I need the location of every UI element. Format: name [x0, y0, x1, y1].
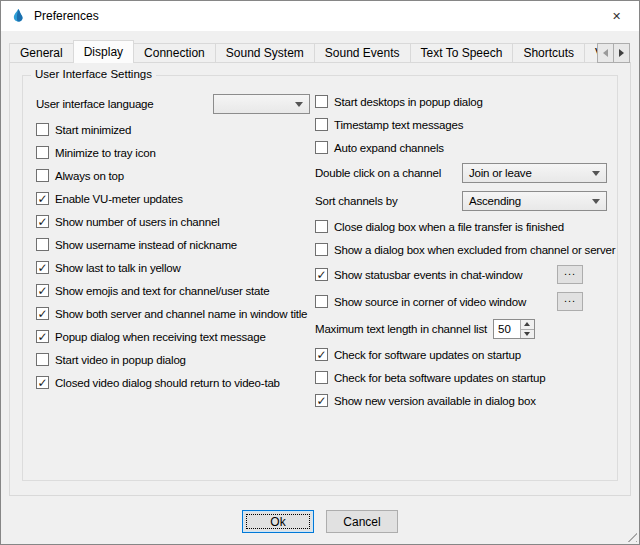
language-select[interactable]	[213, 94, 310, 114]
checkbox-box: ✓	[36, 261, 49, 274]
checkbox-box	[36, 353, 49, 366]
left-column: User interface language Start minimized …	[36, 94, 310, 390]
checkbox-box: ✓	[36, 330, 49, 343]
tab-sound-events[interactable]: Sound Events	[314, 43, 411, 62]
tab-general[interactable]: General	[9, 43, 74, 62]
checkbox-label: Show number of users in channel	[55, 216, 219, 228]
checkbox-server-channel-in-title[interactable]: ✓ Show both server and channel name in w…	[36, 306, 310, 321]
checkbox-always-on-top[interactable]: Always on top	[36, 168, 310, 183]
double-click-label: Double click on a channel	[315, 167, 441, 179]
checkbox-label: Show a dialog box when excluded from cha…	[334, 244, 615, 256]
close-button[interactable]: ✕	[594, 1, 639, 31]
right-column: Start desktops in popup dialog Timestamp…	[315, 94, 607, 408]
checkbox-box	[315, 141, 328, 154]
spinner-value: 50	[494, 320, 520, 338]
checkbox-label: Show last to talk in yellow	[55, 262, 181, 274]
checkbox-close-on-transfer-finished[interactable]: Close dialog box when a file transfer is…	[315, 219, 607, 234]
cancel-button[interactable]: Cancel	[326, 510, 398, 533]
checkbox-timestamp-messages[interactable]: Timestamp text messages	[315, 117, 607, 132]
arrow-up-icon	[524, 322, 530, 326]
checkbox-label: Show emojis and text for channel/user st…	[55, 285, 270, 297]
tab-label: General	[20, 46, 63, 60]
language-label: User interface language	[36, 98, 154, 110]
tab-video[interactable]: Video	[584, 43, 597, 62]
window-title: Preferences	[34, 9, 99, 23]
checkbox-box	[36, 146, 49, 159]
checkbox-label: Show statusbar events in chat-window	[334, 269, 522, 281]
tab-label: Shortcuts	[523, 46, 574, 60]
checkbox-box: ✓	[315, 394, 328, 407]
checkbox-vu-meter-updates[interactable]: ✓ Enable VU-meter updates	[36, 191, 310, 206]
tab-sound-system[interactable]: Sound System	[215, 43, 315, 62]
spinner-arrows	[520, 320, 534, 338]
tab-display[interactable]: Display	[73, 40, 134, 63]
checkbox-label: Show new version available in dialog box	[334, 395, 536, 407]
double-click-select[interactable]: Join or leave	[462, 163, 607, 183]
sort-channels-select[interactable]: Ascending	[462, 191, 607, 211]
spin-down-button[interactable]	[521, 330, 534, 339]
checkbox-auto-expand-channels[interactable]: Auto expand channels	[315, 140, 607, 155]
checkbox-label: Show source in corner of video window	[334, 296, 526, 308]
checkbox-box	[315, 95, 328, 108]
arrow-left-icon	[603, 49, 608, 57]
ok-button[interactable]: Ok	[242, 510, 314, 533]
checkbox-box: ✓	[36, 284, 49, 297]
checkbox-box	[315, 220, 328, 233]
checkbox-box	[315, 243, 328, 256]
checkbox-username-instead-nickname[interactable]: Show username instead of nickname	[36, 237, 310, 252]
checkbox-box	[315, 295, 328, 308]
checkbox-check-beta-updates[interactable]: Check for beta software updates on start…	[315, 370, 607, 385]
checkbox-start-minimized[interactable]: Start minimized	[36, 122, 310, 137]
tab-label: Sound System	[226, 46, 304, 60]
checkbox-closed-video-return-tab[interactable]: ✓ Closed video dialog should return to v…	[36, 375, 310, 390]
tab-text-to-speech[interactable]: Text To Speech	[410, 43, 514, 62]
checkbox-box	[315, 118, 328, 131]
checkbox-video-popup-dialog[interactable]: Start video in popup dialog	[36, 352, 310, 367]
tab-label: Sound Events	[325, 46, 400, 60]
checkbox-box	[315, 371, 328, 384]
checkbox-label: Close dialog box when a file transfer is…	[334, 221, 564, 233]
checkbox-label: Popup dialog when receiving text message	[55, 331, 266, 343]
spin-up-button[interactable]	[521, 320, 534, 330]
double-click-row: Double click on a channel Join or leave	[315, 163, 607, 183]
tab-scroll-left-button[interactable]	[597, 43, 614, 63]
tab-connection[interactable]: Connection	[133, 43, 216, 62]
sort-channels-row: Sort channels by Ascending	[315, 191, 607, 211]
checkbox-box	[36, 169, 49, 182]
video-source-options-button[interactable]: ...	[557, 292, 583, 311]
combo-value: Join or leave	[469, 167, 532, 179]
checkbox-check-updates[interactable]: ✓ Check for software updates on startup	[315, 347, 607, 362]
max-text-length-label: Maximum text length in channel list	[315, 323, 487, 335]
tab-shortcuts[interactable]: Shortcuts	[512, 43, 585, 62]
preferences-dialog: { "window": { "title": "Preferences" }, …	[0, 0, 640, 545]
user-interface-settings-group: User Interface Settings User interface l…	[22, 75, 618, 481]
statusbar-events-options-button[interactable]: ...	[557, 265, 583, 284]
checkbox-show-user-count[interactable]: ✓ Show number of users in channel	[36, 214, 310, 229]
language-row: User interface language	[36, 94, 310, 114]
checkbox-minimize-to-tray[interactable]: Minimize to tray icon	[36, 145, 310, 160]
statusbar-events-row: ✓ Show statusbar events in chat-window .…	[315, 265, 607, 284]
checkbox-box: ✓	[36, 376, 49, 389]
tab-label: Connection	[144, 46, 205, 60]
sort-channels-label: Sort channels by	[315, 195, 397, 207]
checkbox-dialog-when-excluded[interactable]: Show a dialog box when excluded from cha…	[315, 242, 607, 257]
checkbox-new-version-dialog[interactable]: ✓ Show new version available in dialog b…	[315, 393, 607, 408]
checkbox-desktops-popup-dialog[interactable]: Start desktops in popup dialog	[315, 94, 607, 109]
title-bar: Preferences ✕	[1, 1, 639, 31]
checkbox-last-to-talk-yellow[interactable]: ✓ Show last to talk in yellow	[36, 260, 310, 275]
checkbox-video-source-corner[interactable]: Show source in corner of video window	[315, 294, 526, 309]
checkbox-label: Timestamp text messages	[334, 119, 463, 131]
checkbox-popup-on-text-message[interactable]: ✓ Popup dialog when receiving text messa…	[36, 329, 310, 344]
checkbox-label: Always on top	[55, 170, 124, 182]
checkbox-label: Closed video dialog should return to vid…	[55, 377, 280, 389]
arrow-right-icon	[619, 49, 624, 57]
checkbox-box	[36, 238, 49, 251]
max-text-length-spinner[interactable]: 50	[493, 319, 535, 339]
checkbox-statusbar-events[interactable]: ✓ Show statusbar events in chat-window	[315, 267, 522, 282]
checkbox-label: Start video in popup dialog	[55, 354, 186, 366]
tab-pane-display: User Interface Settings User interface l…	[9, 62, 631, 496]
chevron-down-icon	[592, 171, 600, 180]
tab-scroll-right-button[interactable]	[613, 43, 630, 63]
checkbox-emojis-and-text[interactable]: ✓ Show emojis and text for channel/user …	[36, 283, 310, 298]
checkbox-label: Check for beta software updates on start…	[334, 372, 546, 384]
